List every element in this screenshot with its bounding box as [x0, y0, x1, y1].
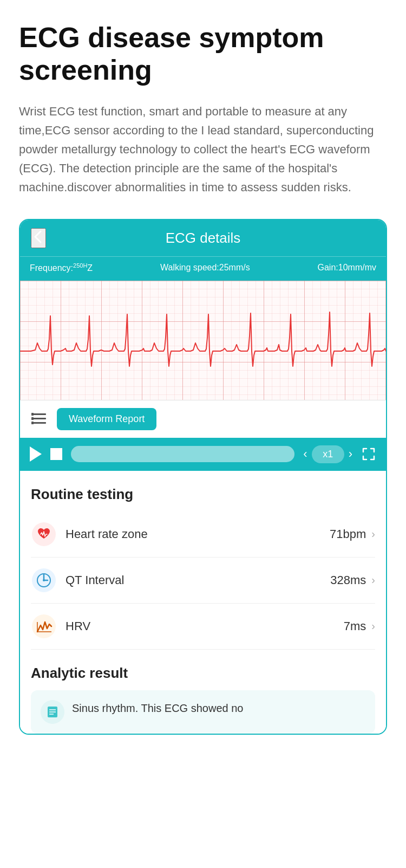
ecg-card: ECG details Frequency:250HZ Walking spee… — [19, 219, 387, 735]
speed-display: x1 — [312, 445, 344, 463]
gain-label: Gain:10mm/mv — [318, 263, 376, 273]
svg-rect-2 — [33, 413, 46, 415]
qt-interval-value: 328ms — [330, 573, 366, 587]
back-button[interactable] — [31, 228, 46, 248]
speed-control: ‹ x1 › — [303, 445, 352, 463]
stop-button[interactable] — [50, 448, 62, 460]
analytic-icon — [41, 700, 64, 724]
fullscreen-button[interactable] — [361, 446, 376, 462]
analytic-section-title: Analytic result — [31, 665, 375, 682]
hrv-value: 7ms — [344, 619, 366, 633]
ecg-controls: ‹ x1 › — [20, 438, 386, 471]
hrv-chevron: › — [371, 620, 375, 632]
walking-speed-label: Walking speed:25mm/s — [160, 263, 250, 273]
routine-section-title: Routine testing — [31, 486, 375, 503]
page-title: ECG disease symptom screening — [19, 22, 387, 87]
progress-bar[interactable] — [71, 446, 294, 462]
analytic-card: Sinus rhythm. This ECG showed no — [31, 690, 375, 734]
play-icon — [30, 446, 42, 462]
heart-rate-icon — [31, 521, 57, 547]
svg-rect-1 — [20, 281, 386, 400]
svg-rect-5 — [31, 413, 34, 416]
speed-increase-button[interactable]: › — [349, 447, 352, 461]
speed-decrease-button[interactable]: ‹ — [303, 447, 307, 461]
hrv-label: HRV — [66, 619, 344, 633]
ecg-info-bar: Frequency:250HZ Walking speed:25mm/s Gai… — [20, 256, 386, 281]
frequency-label: Frequency:250HZ — [30, 262, 93, 273]
page-description: Wrist ECG test function, smart and porta… — [19, 102, 387, 197]
routine-section: Routine testing Heart rate zone 71bpm › — [20, 471, 386, 650]
list-icon — [30, 409, 49, 429]
qt-interval-chevron: › — [371, 574, 375, 586]
heart-rate-label: Heart rate zone — [66, 527, 330, 541]
svg-rect-4 — [33, 422, 46, 424]
hrv-icon — [31, 613, 57, 639]
qt-interval-icon — [31, 567, 57, 593]
hrv-row[interactable]: HRV 7ms › — [31, 604, 375, 650]
heart-rate-chevron: › — [371, 528, 375, 540]
heart-rate-value: 71bpm — [330, 527, 366, 541]
analytic-section: Analytic result Sinus rhythm. This ECG s… — [20, 650, 386, 734]
svg-rect-7 — [31, 422, 34, 424]
svg-rect-3 — [33, 418, 46, 419]
analytic-text: Sinus rhythm. This ECG showed no — [72, 700, 243, 716]
heart-rate-row[interactable]: Heart rate zone 71bpm › — [31, 511, 375, 558]
qt-interval-row[interactable]: QT Interval 328ms › — [31, 558, 375, 604]
play-button[interactable] — [30, 446, 42, 462]
page-wrapper: ECG disease symptom screening Wrist ECG … — [0, 0, 406, 756]
ecg-header: ECG details — [20, 220, 386, 256]
ecg-bottom-bar: Waveform Report — [20, 400, 386, 438]
ecg-details-title: ECG details — [166, 230, 241, 247]
stop-icon — [50, 448, 62, 460]
svg-rect-6 — [31, 417, 34, 420]
qt-interval-label: QT Interval — [66, 573, 330, 587]
svg-point-13 — [43, 579, 45, 581]
waveform-report-button[interactable]: Waveform Report — [57, 408, 156, 430]
ecg-waveform — [20, 281, 386, 400]
